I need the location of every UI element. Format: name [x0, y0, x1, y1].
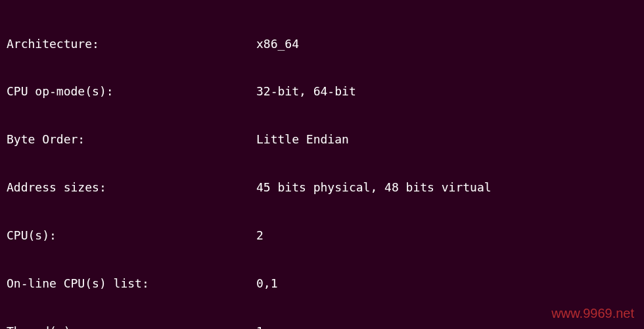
info-row: Architecture:x86_64 [7, 36, 637, 52]
info-value: 0,1 [256, 276, 278, 291]
info-row: CPU op-mode(s):32-bit, 64-bit [7, 84, 637, 99]
info-value: 45 bits physical, 48 bits virtual [256, 180, 492, 195]
info-value: Little Endian [256, 132, 349, 147]
info-value: 2 [256, 228, 264, 243]
info-row: On-line CPU(s) list:0,1 [7, 276, 637, 291]
info-label: Thread(s) per core: [7, 324, 256, 329]
info-label: Byte Order: [7, 132, 256, 147]
info-label: CPU op-mode(s): [7, 84, 256, 99]
info-row: Thread(s) per core:1 [7, 324, 637, 329]
info-label: Architecture: [7, 36, 256, 52]
watermark-text: www.9969.net [551, 305, 634, 322]
info-row: CPU(s):2 [7, 228, 637, 243]
terminal-output: Architecture:x86_64 CPU op-mode(s):32-bi… [7, 4, 637, 329]
info-value: x86_64 [256, 36, 299, 52]
info-value: 1 [256, 324, 264, 329]
info-value: 32-bit, 64-bit [256, 84, 356, 99]
info-row: Byte Order:Little Endian [7, 132, 637, 147]
info-label: On-line CPU(s) list: [7, 276, 256, 291]
info-row: Address sizes:45 bits physical, 48 bits … [7, 180, 637, 195]
info-label: Address sizes: [7, 180, 256, 195]
info-label: CPU(s): [7, 228, 256, 243]
